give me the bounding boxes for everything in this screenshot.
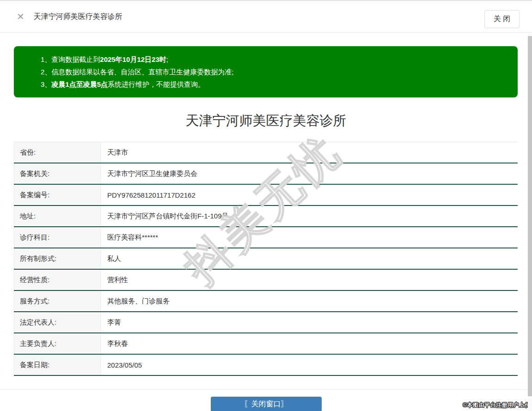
row-label: 所有制形式: bbox=[14, 248, 101, 269]
notice-line: 2、信息数据结果以各省、自治区、直辖市卫生健康委数据为准; bbox=[41, 66, 508, 78]
row-label: 备案日期: bbox=[14, 355, 101, 375]
notice-text: ; bbox=[166, 55, 168, 63]
table-row: 法定代表人: 李菁 bbox=[14, 312, 518, 333]
table-row: 所有制形式: 私人 bbox=[14, 248, 518, 270]
close-icon[interactable]: ✕ bbox=[17, 12, 24, 21]
row-label: 备案编号: bbox=[14, 185, 101, 205]
window-title: 天津宁河师美医疗美容诊所 bbox=[34, 12, 122, 22]
row-value: 李秋春 bbox=[101, 333, 518, 354]
row-label: 诊疗科目: bbox=[14, 227, 101, 248]
row-value: 2023/05/05 bbox=[101, 355, 518, 375]
footer-divider bbox=[0, 389, 532, 390]
table-row: 备案编号: PDY97625812011717D2162 bbox=[14, 185, 518, 206]
row-value: 其他服务、门诊服务 bbox=[101, 291, 518, 311]
notice-text: 1、查询数据截止到 bbox=[41, 55, 100, 63]
window-titlebar: ✕ 天津宁河师美医疗美容诊所 关 闭 bbox=[0, 0, 532, 33]
table-row: 地址: 天津市宁河区芦台镇时代金街F-1-109号 bbox=[14, 206, 518, 227]
row-value: PDY97625812011717D2162 bbox=[101, 185, 518, 205]
notice-text: 2、信息数据结果以各省、自治区、直辖市卫生健康委数据为准; bbox=[41, 68, 234, 76]
copyright-stamp: ©本图由平台注册用户上传 bbox=[463, 401, 531, 409]
row-value: 营利性 bbox=[101, 270, 518, 290]
row-value: 天津市 bbox=[101, 142, 518, 163]
page-title: 天津宁河师美医疗美容诊所 bbox=[0, 112, 532, 130]
record-detail-page: ✕ 天津宁河师美医疗美容诊所 关 闭 1、查询数据截止到2025年10月12日2… bbox=[0, 0, 532, 411]
table-row: 省份: 天津市 bbox=[14, 142, 518, 163]
row-value: 私人 bbox=[101, 248, 518, 269]
row-label: 经营性质: bbox=[14, 270, 101, 290]
row-value: 天津市宁河区芦台镇时代金街F-1-109号 bbox=[101, 206, 518, 226]
row-label: 省份: bbox=[14, 142, 101, 163]
close-button[interactable]: 关 闭 bbox=[484, 10, 520, 28]
row-label: 地址: bbox=[14, 206, 101, 226]
scrollbar-track[interactable] bbox=[528, 33, 532, 411]
footer: 〖关闭窗口〗 bbox=[0, 397, 532, 411]
table-row: 服务方式: 其他服务、门诊服务 bbox=[14, 291, 518, 312]
table-row: 诊疗科目: 医疗美容科****** bbox=[14, 227, 518, 248]
row-value: 天津市宁河区卫生健康委员会 bbox=[101, 163, 518, 184]
table-row: 主要负责人: 李秋春 bbox=[14, 333, 518, 355]
row-label: 法定代表人: bbox=[14, 312, 101, 332]
notice-banner: 1、查询数据截止到2025年10月12日23时; 2、信息数据结果以各省、自治区… bbox=[14, 46, 518, 97]
row-value: 医疗美容科****** bbox=[101, 227, 518, 248]
row-label: 主要负责人: bbox=[14, 333, 101, 354]
row-value: 李菁 bbox=[101, 312, 518, 332]
table-row: 备案日期: 2023/05/05 bbox=[14, 355, 518, 376]
notice-line: 3、凌晨1点至凌晨5点系统进行维护，不能提供查询。 bbox=[41, 78, 508, 91]
notice-text: 3、 bbox=[41, 80, 51, 88]
table-row: 经营性质: 营利性 bbox=[14, 270, 518, 291]
scrollbar-thumb[interactable] bbox=[528, 36, 532, 396]
table-row: 备案机关: 天津市宁河区卫生健康委员会 bbox=[14, 163, 518, 185]
row-label: 服务方式: bbox=[14, 291, 101, 311]
notice-bold-text: 凌晨1点至凌晨5点 bbox=[51, 80, 108, 88]
notice-text: 系统进行维护，不能提供查询。 bbox=[108, 80, 205, 88]
notice-line: 1、查询数据截止到2025年10月12日23时; bbox=[41, 53, 508, 66]
close-window-button[interactable]: 〖关闭窗口〗 bbox=[211, 397, 322, 411]
row-label: 备案机关: bbox=[14, 163, 101, 184]
notice-bold-text: 2025年10月12日23时 bbox=[100, 55, 166, 63]
detail-table: 省份: 天津市 备案机关: 天津市宁河区卫生健康委员会 备案编号: PDY976… bbox=[14, 142, 518, 376]
